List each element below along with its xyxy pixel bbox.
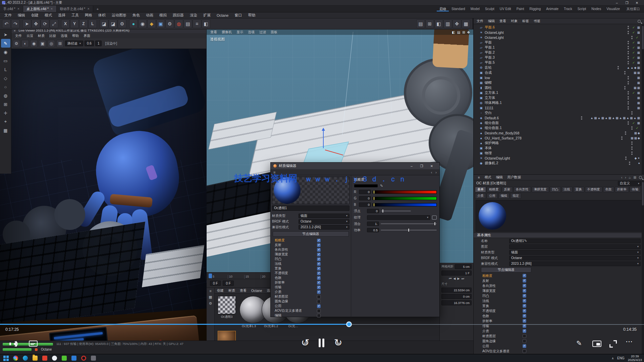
taskbar-app-octane[interactable] <box>80 355 87 361</box>
palette-tool-icon[interactable]: ⌖ <box>1 117 10 126</box>
me-material-preview[interactable] <box>272 177 350 204</box>
attribute-field-value[interactable]: Oc透明1 ✎ ▾ <box>509 239 641 243</box>
channel-checkbox[interactable] <box>317 304 321 308</box>
material-name-field[interactable]: Oc透明1 <box>272 205 350 211</box>
attribute-tab[interactable]: 色散 <box>603 187 614 192</box>
layout-tab[interactable]: Rigging <box>527 7 543 11</box>
menu-item[interactable]: 模式 <box>42 13 55 18</box>
octane-material-icon[interactable]: ◉ <box>138 19 147 28</box>
object-name[interactable]: 空白 <box>485 111 492 115</box>
tab-close-icon[interactable]: ✕ <box>17 7 20 10</box>
attribute-tab[interactable]: 法线 <box>561 187 573 192</box>
exit-fullscreen-button[interactable] <box>609 340 617 348</box>
viewport-layout-icon-4[interactable]: ▥ <box>443 19 452 28</box>
material-row-dropdown[interactable]: 2023.1.2-[R6] ▾ <box>299 225 350 230</box>
green-gradient-slider[interactable] <box>373 197 437 200</box>
object-tags[interactable]: ▦◆ <box>634 131 641 135</box>
object-tree-row[interactable]: ◈ 细分曲面 ✓ ▦ <box>474 120 644 125</box>
channel-row[interactable]: 薄膜宽度 <box>272 252 350 257</box>
palette-tool-icon[interactable]: ⊞ <box>1 100 10 109</box>
object-name[interactable]: 细分曲面.1 <box>485 126 502 130</box>
lv-focus-icon[interactable]: ◎ <box>48 40 55 47</box>
object-tree-row[interactable]: ▱ 平面.2 ✓ ▦ <box>474 50 644 55</box>
am-menu-item[interactable]: 用户数据 <box>505 175 523 180</box>
object-name[interactable]: 平面.2 <box>485 50 495 55</box>
object-tags[interactable]: ▦ <box>637 81 641 84</box>
color-swatch[interactable] <box>354 184 378 188</box>
viewport-layout-icon-6[interactable]: ▩ <box>462 19 470 28</box>
channel-checkbox[interactable] <box>317 281 321 285</box>
visibility-dots[interactable] <box>623 71 627 74</box>
attribute-tab[interactable]: 基本 <box>475 187 486 192</box>
channel-checkbox[interactable] <box>317 276 321 280</box>
object-tree-row[interactable]: ▱ 平面.6 ✓ ▦ <box>474 25 644 30</box>
object-tree-row[interactable]: ☀ OctaneLight ✓ ▦ <box>474 30 644 35</box>
me-minimize-button[interactable]: – <box>407 164 417 168</box>
g-value-field[interactable]: 0 <box>359 196 371 200</box>
enabled-check-icon[interactable]: ✓ <box>635 126 639 130</box>
octane-cube-icon[interactable]: ▣ <box>156 19 165 28</box>
object-tags[interactable]: ▦ <box>637 121 641 125</box>
document-tab[interactable]: 桌上面纸.c4d * ✕ <box>23 6 56 12</box>
channel-row[interactable]: 法线 <box>272 261 350 266</box>
layout-tab[interactable]: Script <box>575 7 589 11</box>
object-tags[interactable]: ▦ <box>637 106 641 110</box>
object-tags[interactable]: ▦ <box>637 56 641 59</box>
channel-checkbox[interactable] <box>523 334 526 338</box>
object-tree-scrollbar[interactable] <box>642 24 644 174</box>
channel-checkbox[interactable] <box>317 309 321 313</box>
seek-handle[interactable] <box>346 321 352 327</box>
channel-checkbox[interactable] <box>523 339 526 343</box>
visibility-dots[interactable] <box>628 162 631 165</box>
attributes-scrollbar[interactable] <box>642 181 644 354</box>
object-tree-row[interactable]: ◉ 摄像机.2 ● <box>474 161 644 166</box>
object-tree-row[interactable]: ◈ 细分曲面.1 ✓ <box>474 125 644 130</box>
channel-row[interactable]: 介质 <box>272 290 350 294</box>
visibility-dots[interactable] <box>627 106 630 110</box>
object-name[interactable]: 立方体.1 <box>485 90 498 95</box>
palette-tool-icon[interactable]: ◉ <box>1 48 10 56</box>
material-preview[interactable] <box>218 331 236 341</box>
start-button[interactable] <box>2 355 9 361</box>
object-tree-row[interactable]: ⚙ 齿轮 ▲▲◆▦ <box>474 65 644 70</box>
viewport-layout-icon-3[interactable]: ◧ <box>434 19 443 28</box>
mb-menu-icon[interactable]: ≡ <box>209 289 211 293</box>
channel-checkbox[interactable] <box>523 329 526 333</box>
octane-panel-icon[interactable]: ◧ <box>202 19 210 28</box>
object-tree-row[interactable]: ☀ OctaneLight ✓ <box>474 35 644 40</box>
enabled-check-icon[interactable]: ✓ <box>631 51 636 54</box>
layout-tab[interactable]: UV Edit <box>497 7 514 11</box>
live-viewer-close-icon[interactable]: ✕ <box>13 29 16 33</box>
object-name[interactable]: 齿轮 <box>485 65 492 70</box>
object-tags[interactable]: ▦ <box>637 96 641 100</box>
menu-item[interactable]: 跟踪器 <box>170 13 187 18</box>
viewport-menu-item[interactable]: 面板 <box>268 30 280 35</box>
lv-compare-icon[interactable]: ◐ <box>21 40 29 47</box>
am-search-icon[interactable] <box>639 176 642 179</box>
layout-tab[interactable]: Animate <box>543 7 561 11</box>
channel-checkbox[interactable] <box>317 295 321 299</box>
float-slider[interactable] <box>381 210 411 212</box>
channel-checkbox[interactable] <box>523 279 526 283</box>
go-start-icon[interactable]: ⏮ <box>449 277 451 281</box>
live-viewer-menu-item[interactable]: 帮助 <box>70 34 81 38</box>
object-tags[interactable]: ▦▦ <box>634 71 641 74</box>
object-tree-row[interactable]: ▮ 圆柱 ▦▦ <box>474 85 644 90</box>
visibility-dots[interactable] <box>630 152 634 155</box>
channel-checkbox[interactable] <box>317 267 321 270</box>
channel-checkbox[interactable] <box>523 284 526 288</box>
channel-row[interactable]: 反射 <box>474 278 644 283</box>
visibility-dots[interactable] <box>627 31 630 34</box>
visibility-dots[interactable] <box>627 121 630 125</box>
object-tags[interactable]: ▦ <box>637 51 641 54</box>
visibility-dots[interactable] <box>627 46 630 49</box>
other-windows-label[interactable]: 其他窗口 <box>623 7 644 11</box>
timeline-playhead[interactable] <box>209 274 212 278</box>
attribute-tab[interactable]: 粗糙度 <box>487 187 501 192</box>
prev-frame-icon[interactable]: ◀ <box>453 277 456 281</box>
viewport-corner-icon[interactable]: ▤ <box>457 31 460 34</box>
enabled-check-icon[interactable]: ✓ <box>631 31 636 34</box>
frame-end-field[interactable]: 0 F <box>223 281 233 286</box>
channel-row[interactable]: 色散 <box>272 276 350 280</box>
palette-tool-icon[interactable]: L <box>1 65 10 74</box>
